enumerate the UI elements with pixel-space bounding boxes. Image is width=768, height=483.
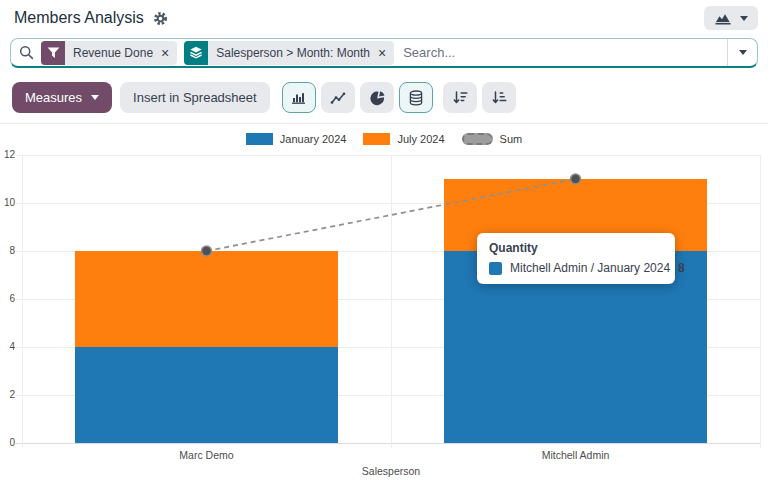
search-row: Revenue Done × Salesperson > Month: Mont… — [0, 36, 768, 74]
facet-close-button[interactable]: × — [375, 46, 394, 60]
legend-label: Sum — [500, 133, 523, 145]
y-axis-label: 2 — [0, 389, 15, 400]
pie-chart-button[interactable] — [360, 82, 394, 113]
search-dropdown-toggle[interactable] — [727, 39, 757, 66]
search-icon — [19, 45, 34, 60]
legend-label: July 2024 — [397, 133, 444, 145]
line-chart-icon — [330, 91, 346, 105]
bar-segment[interactable] — [75, 251, 339, 347]
funnel-icon — [41, 41, 65, 65]
layers-icon — [184, 41, 208, 65]
legend-item-sum[interactable]: Sum — [462, 133, 523, 145]
insert-in-spreadsheet-button[interactable]: Insert in Spreadsheet — [120, 82, 270, 113]
toolbar: Measures Insert in Spreadsheet — [0, 74, 768, 124]
facet-close-button[interactable]: × — [158, 46, 177, 60]
sort-descending-icon — [452, 90, 468, 105]
legend-swatch — [462, 133, 493, 145]
page-title: Members Analysis — [14, 9, 144, 27]
y-axis-label: 0 — [0, 437, 15, 448]
gridline-vertical — [760, 155, 761, 448]
search-facet-groupby: Salesperson > Month: Month × — [184, 41, 394, 65]
bar-chart-icon — [290, 90, 307, 105]
y-axis-label: 10 — [0, 197, 15, 208]
tooltip-value: 8 — [678, 261, 685, 275]
sort-ascending-icon — [491, 90, 507, 105]
y-axis-label: 8 — [0, 245, 15, 256]
control-panel-header: Members Analysis — [0, 0, 768, 36]
pie-chart-icon — [369, 90, 385, 106]
sort-ascending-button[interactable] — [482, 82, 516, 113]
chart-legend: January 2024July 2024Sum — [0, 124, 768, 145]
tooltip-title: Quantity — [489, 241, 663, 255]
caret-down-icon — [740, 16, 748, 21]
measures-button[interactable]: Measures — [12, 82, 112, 113]
members-analysis-page: Members Analysis Revenue D — [0, 0, 768, 483]
tooltip-row: Mitchell Admin / January 2024 8 — [489, 261, 663, 275]
gridline-horizontal — [16, 155, 760, 156]
bar-segment[interactable] — [75, 347, 339, 443]
stacked-toggle-button[interactable] — [399, 82, 433, 113]
legend-item-january-2024[interactable]: January 2024 — [246, 133, 347, 145]
legend-swatch — [246, 133, 273, 145]
legend-swatch — [363, 133, 390, 145]
view-switcher-button[interactable] — [704, 6, 758, 30]
x-axis-label: Marc Demo — [179, 449, 233, 461]
chart-region: January 2024July 2024Sum 024681012Marc D… — [0, 124, 768, 483]
gridline-vertical — [22, 155, 23, 448]
search-input[interactable] — [401, 44, 720, 61]
line-chart-button[interactable] — [321, 82, 355, 113]
search-bar: Revenue Done × Salesperson > Month: Mont… — [10, 38, 758, 68]
facet-label: Salesperson > Month: Month — [208, 46, 375, 60]
legend-label: January 2024 — [280, 133, 347, 145]
plot-area: 024681012Marc DemoMitchell AdminSalesper… — [0, 124, 768, 483]
bar-chart-button[interactable] — [282, 82, 316, 113]
x-axis-title: Salesperson — [362, 465, 420, 477]
gridline-vertical — [391, 155, 392, 448]
legend-item-july-2024[interactable]: July 2024 — [363, 133, 444, 145]
search-facet-filter: Revenue Done × — [41, 41, 177, 65]
gridline-horizontal — [16, 443, 760, 444]
y-axis-label: 6 — [0, 293, 15, 304]
chart-controls — [282, 82, 516, 113]
facet-label: Revenue Done — [65, 46, 158, 60]
caret-down-icon — [739, 50, 747, 55]
tooltip-swatch — [489, 262, 502, 275]
sort-descending-button[interactable] — [443, 82, 477, 113]
y-axis-label: 12 — [0, 149, 15, 160]
database-stack-icon — [408, 90, 424, 106]
gear-icon[interactable] — [153, 11, 168, 26]
tooltip-label: Mitchell Admin / January 2024 — [510, 261, 670, 275]
area-chart-icon — [714, 11, 732, 25]
breadcrumb: Members Analysis — [14, 9, 168, 27]
measures-label: Measures — [25, 90, 82, 105]
x-axis-label: Mitchell Admin — [542, 449, 610, 461]
caret-down-icon — [91, 95, 99, 100]
y-axis-label: 4 — [0, 341, 15, 352]
chart-tooltip: Quantity Mitchell Admin / January 2024 8 — [477, 233, 675, 284]
